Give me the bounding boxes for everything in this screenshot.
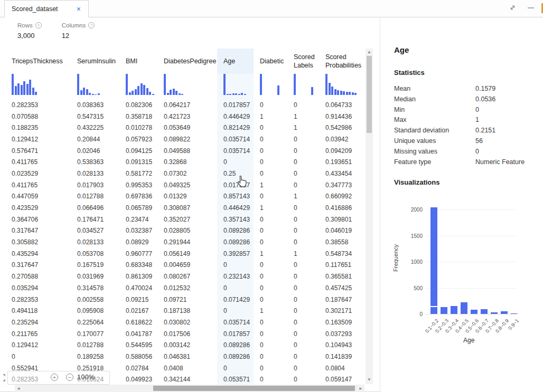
column-header-diabetic[interactable]: Diabetic bbox=[254, 49, 287, 74]
table-cell: 0.056149 bbox=[157, 248, 217, 260]
table-cell: 0.02784 bbox=[119, 362, 157, 374]
table-header-row: TricepsThicknessSerumInsulinBMIDiabetesP… bbox=[5, 49, 364, 74]
table-cell: 0 bbox=[287, 156, 319, 168]
column-header-bmi[interactable]: BMI bbox=[119, 49, 157, 74]
horizontal-scrollbar[interactable]: ◄ ► bbox=[15, 385, 364, 392]
table-cell: 0.091315 bbox=[119, 156, 157, 168]
horizontal-scroll-thumb[interactable] bbox=[153, 386, 355, 391]
chart-x-tick: 0.9~1 bbox=[507, 318, 519, 331]
minimize-icon[interactable] bbox=[527, 4, 535, 14]
rows-value: 3,000 bbox=[17, 32, 42, 40]
table-cell: 0 bbox=[287, 339, 319, 351]
scroll-right-icon[interactable]: ► bbox=[357, 386, 364, 391]
table-cell: 0.032387 bbox=[119, 225, 157, 237]
feature-title: Age bbox=[394, 45, 409, 54]
table-cell: 0 bbox=[217, 305, 254, 317]
columns-label: Columns bbox=[62, 22, 86, 28]
chart-bar bbox=[511, 313, 518, 314]
expand-icon[interactable] bbox=[509, 4, 517, 14]
table-cell: 0.32868 bbox=[157, 156, 217, 168]
zoom-out-icon[interactable]: − bbox=[66, 374, 73, 381]
table-cell: 0.08929 bbox=[119, 236, 157, 248]
table-cell: 1 bbox=[254, 179, 287, 191]
vertical-scroll-thumb[interactable] bbox=[367, 56, 372, 133]
table-cell: 0.07302 bbox=[157, 168, 217, 179]
fit-to-screen-icon[interactable] bbox=[0, 374, 6, 384]
chart-y-tick: 500 bbox=[401, 285, 423, 291]
table-row: 00.1892580.5880560.0463810.089286000.141… bbox=[5, 351, 364, 362]
table-body: 0.2823530.0383630.0823060.0642170.017857… bbox=[5, 99, 364, 385]
table-cell: 0 bbox=[254, 191, 287, 203]
histogram-bar bbox=[331, 87, 333, 95]
table-cell: 0 bbox=[287, 225, 319, 237]
table-cell: 0.089286 bbox=[217, 339, 254, 351]
column-header-diabetespedigree[interactable]: DiabetesPedigree bbox=[157, 49, 217, 74]
table-cell: 0.017506 bbox=[157, 328, 217, 340]
vertical-scrollbar[interactable]: ▲ ▼ bbox=[366, 49, 373, 384]
table-cell: 0.302171 bbox=[319, 305, 364, 317]
columns-help-icon[interactable]: ? bbox=[88, 22, 95, 28]
table-cell: 0.309801 bbox=[319, 214, 364, 225]
scroll-down-icon[interactable]: ▼ bbox=[366, 377, 373, 382]
column-header-scored-labels[interactable]: Scored Labels bbox=[287, 49, 319, 74]
frequency-chart: Frequency 05001000150020000.1~0.20.2~0.3… bbox=[391, 200, 541, 353]
column-histogram-tricepsthickness[interactable] bbox=[5, 74, 71, 99]
tab-close-icon[interactable]: × bbox=[74, 4, 83, 14]
table-cell: 0.141839 bbox=[319, 351, 364, 362]
column-header-seruminsulin[interactable]: SerumInsulin bbox=[71, 49, 119, 74]
stat-row-unique-values: Unique values56 bbox=[394, 137, 531, 148]
table-cell: 0.470024 bbox=[119, 282, 157, 294]
table-cell: 0.012788 bbox=[71, 191, 119, 203]
chart-gridline bbox=[425, 262, 516, 262]
column-histogram-scored-labels[interactable] bbox=[287, 74, 319, 99]
scroll-left-icon[interactable]: ◄ bbox=[15, 386, 22, 391]
table-cell: 0.305882 bbox=[5, 236, 71, 248]
table-cell: 0.660992 bbox=[319, 191, 364, 203]
column-histogram-seruminsulin[interactable] bbox=[71, 74, 119, 99]
table-cell: 0.030802 bbox=[157, 317, 217, 328]
table-cell: 0.094209 bbox=[319, 145, 364, 157]
statistics-heading: Statistics bbox=[394, 69, 425, 77]
stat-value: 0.0536 bbox=[475, 95, 495, 106]
table-cell: 0.364706 bbox=[5, 214, 71, 225]
table-cell: 0.423529 bbox=[5, 202, 71, 214]
column-histogram-bmi[interactable] bbox=[119, 74, 157, 99]
column-histogram-diabetic[interactable] bbox=[254, 74, 287, 99]
histogram-bar bbox=[141, 83, 143, 95]
column-header-tricepsthickness[interactable]: TricepsThickness bbox=[5, 49, 71, 74]
table-cell: 0.035714 bbox=[217, 145, 254, 157]
table-cell: 0 bbox=[254, 282, 287, 294]
chart-bar bbox=[501, 311, 508, 314]
histogram-bar bbox=[29, 80, 31, 95]
table-cell: 0.035714 bbox=[217, 317, 254, 328]
table-cell: 0 bbox=[287, 145, 319, 157]
column-header-age[interactable]: Age bbox=[217, 49, 254, 74]
column-histogram-scored-probabilities[interactable] bbox=[319, 74, 364, 99]
scroll-up-icon[interactable]: ▲ bbox=[366, 50, 373, 54]
histogram-bar bbox=[329, 83, 331, 95]
table-cell: 0.576471 bbox=[5, 145, 71, 157]
histogram-bar bbox=[352, 92, 354, 95]
rows-help-icon[interactable]: ? bbox=[35, 22, 42, 28]
table-cell: 0 bbox=[254, 99, 287, 111]
zoom-in-icon[interactable]: + bbox=[51, 374, 58, 381]
table-cell: 0 bbox=[254, 271, 287, 282]
table-row: 0.4352940.0537080.9607770.0561490.392857… bbox=[5, 248, 364, 260]
table-cell: 0.053708 bbox=[71, 248, 119, 260]
table-cell: 0.494118 bbox=[5, 305, 71, 317]
column-header-scored-probabilities[interactable]: Scored Probabilities bbox=[319, 49, 364, 74]
tab-scored-dataset[interactable]: Scored_dataset × bbox=[4, 0, 89, 17]
column-histogram-age[interactable] bbox=[217, 74, 254, 99]
table-row: 0.3176470.1675190.6833480.0046590000.117… bbox=[5, 260, 364, 271]
histogram-bar bbox=[83, 88, 85, 95]
table-cell: 0 bbox=[287, 328, 319, 340]
table-cell: 0.066496 bbox=[71, 202, 119, 214]
chart-bar bbox=[451, 306, 457, 314]
column-histogram-diabetespedigree[interactable] bbox=[157, 74, 217, 99]
table-cell: 0.20844 bbox=[71, 133, 119, 145]
table-cell: 0 bbox=[254, 145, 287, 157]
table-cell: 0.433454 bbox=[319, 168, 364, 179]
visualizations-heading: Visualizations bbox=[394, 178, 439, 186]
histogram-bar bbox=[89, 93, 91, 95]
table-row: 0.2823530.0383630.0823060.0642170.017857… bbox=[5, 99, 364, 111]
